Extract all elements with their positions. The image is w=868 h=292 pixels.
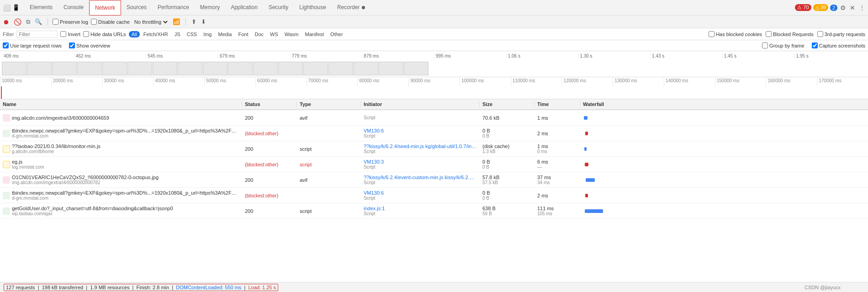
blocked-requests-label[interactable]: Blocked Requests [766,31,814,37]
tab-elements[interactable]: Elements [24,0,58,16]
chip-other[interactable]: Other [328,31,346,37]
tab-sources[interactable]: Sources [121,0,152,16]
blocked-requests-checkbox[interactable] [766,31,772,37]
table-row[interactable]: tbindex.newpc.newpcall?gmkey=EXP&gokey=s… [0,188,868,203]
throttle-select[interactable]: No throttling [132,19,169,25]
screenshot-thumb[interactable] [379,62,403,75]
chip-js[interactable]: JS [172,31,183,37]
tab-memory[interactable]: Memory [195,0,225,16]
tab-network[interactable]: Network [89,0,121,16]
screenshot-thumb[interactable] [404,62,429,75]
col-header-time[interactable]: Time [535,101,580,107]
col-header-type[interactable]: Type [297,101,361,107]
third-party-checkbox[interactable] [817,31,823,37]
settings-icon[interactable]: ⚙ [839,3,847,12]
preserve-log-label[interactable]: Preserve log [53,19,88,25]
initiator-primary: ??kissy/k/6.2.4/event-custom-min.js kiss… [364,175,477,180]
vertical-dots-icon[interactable]: ⋮ [858,3,866,12]
chip-doc[interactable]: Doc [252,31,266,37]
search-icon[interactable]: 🔍 [34,17,43,26]
screenshot-thumb[interactable] [303,62,328,75]
chip-all[interactable]: All [129,31,140,37]
third-party-label[interactable]: 3rd-party requests [817,31,865,37]
table-row[interactable]: eg.js log.mmstat.com (blocked:other) scr… [0,157,868,172]
has-blocked-checkbox[interactable] [709,31,715,37]
group-by-frame-checkbox[interactable] [762,42,768,48]
close-icon[interactable]: ✕ [849,3,856,12]
preserve-log-checkbox[interactable] [53,19,58,25]
chip-img[interactable]: Img [201,31,214,37]
screenshot-thumb[interactable] [2,62,26,75]
disable-cache-checkbox[interactable] [91,19,97,25]
col-header-size[interactable]: Size [480,101,535,107]
col-header-waterfall[interactable]: Waterfall [580,101,868,107]
has-blocked-label[interactable]: Has blocked cookies [709,31,762,37]
screenshot-thumb[interactable] [328,62,353,75]
use-large-checkbox[interactable] [3,42,9,48]
filter-input[interactable] [16,31,58,38]
wifi-icon[interactable]: 📶 [172,17,181,26]
wf-tick: 130000 ms [613,77,664,86]
wf-tick: 100000 ms [460,77,511,86]
table-row[interactable]: ??taobao-2021/0.0.34/lib/monitor-min.js … [0,141,868,157]
screenshot-thumb[interactable] [278,62,303,75]
cell-size: (disk cache) 1.3 kB [480,143,535,154]
record-btn[interactable]: ⏺ [2,17,10,27]
chip-wasm[interactable]: Wasm [282,31,302,37]
screenshot-thumb[interactable] [27,62,52,75]
screenshot-thumb[interactable] [102,62,127,75]
screenshot-thumb[interactable] [127,62,152,75]
tab-performance[interactable]: Performance [152,0,195,16]
screenshot-thumb[interactable] [52,62,77,75]
inspect-icon[interactable]: ⬜ [2,3,11,12]
chip-ws[interactable]: WS [267,31,281,37]
col-header-status[interactable]: Status [242,101,297,107]
show-overview-label[interactable]: Show overview [69,42,110,48]
disable-cache-label[interactable]: Disable cache [91,19,130,25]
screenshot-thumb[interactable] [203,62,228,75]
hide-data-urls-label[interactable]: Hide data URLs [83,31,126,37]
upload-icon[interactable]: ⬆ [191,17,197,26]
col-header-initiator[interactable]: Initiator [361,101,480,107]
tab-lighthouse[interactable]: Lighthouse [294,0,332,16]
chip-font[interactable]: Font [235,31,251,37]
wf-tick: 50000 ms [204,77,255,86]
invert-checkbox[interactable] [60,31,66,37]
screenshot-thumb[interactable] [253,62,278,75]
time-item: 1.95 s [794,53,866,58]
cell-size: 638 B 59 B [480,206,535,216]
screenshot-thumb[interactable] [228,62,253,75]
use-large-label[interactable]: Use large request rows [3,42,62,48]
tab-security[interactable]: Security [263,0,294,16]
size-primary: (disk cache) [482,143,532,149]
device-icon[interactable]: 📱 [11,3,21,12]
tab-application[interactable]: Application [225,0,263,16]
clear-btn[interactable]: 🚫 [13,17,22,27]
hide-data-urls-checkbox[interactable] [83,31,89,37]
screenshot-thumb[interactable] [77,62,102,75]
table-row[interactable]: img.alicdn.com/imgextra/i3/6000000004659… [0,110,868,126]
capture-screenshots-checkbox[interactable] [812,42,818,48]
table-row[interactable]: O1CN01VEARIC1HeCaVZQxS2_!!6000000000782-… [0,172,868,188]
invert-label[interactable]: Invert [60,31,80,37]
col-header-name[interactable]: Name [0,101,242,107]
table-row[interactable]: tbindex.newpc.newpcall?gmkey=EXP&gokey=s… [0,126,868,141]
capture-screenshots-label[interactable]: Capture screenshots [812,42,866,48]
chip-fetchxhr[interactable]: Fetch/XHR [141,31,171,37]
network-toolbar: ⏺ 🚫 ⧉ 🔍 Preserve log Disable cache No th… [0,16,868,28]
download-icon[interactable]: ⬇ [200,17,207,26]
screenshot-thumb[interactable] [354,62,378,75]
screenshot-thumb[interactable] [153,62,177,75]
screenshot-thumb[interactable] [178,62,202,75]
timeline-thumbs-row[interactable] [0,60,868,77]
table-row[interactable]: getGoldUser.do?_input_charset=utf-8&from… [0,203,868,219]
chip-media[interactable]: Media [215,31,234,37]
group-by-frame-label[interactable]: Group by frame [762,42,804,48]
show-overview-checkbox[interactable] [69,42,75,48]
chip-manifest[interactable]: Manifest [302,31,327,37]
filter-icon[interactable]: ⧉ [25,17,31,27]
tab-console[interactable]: Console [58,0,89,16]
chip-css[interactable]: CSS [184,31,200,37]
waterfall-mini-bar [585,132,588,135]
tab-recorder[interactable]: Recorder ⏺ [332,0,371,16]
